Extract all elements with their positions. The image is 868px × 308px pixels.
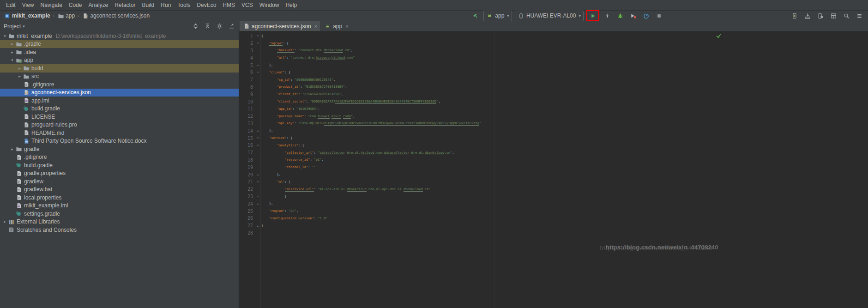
json-string: "connect-dre. — [298, 48, 324, 52]
tree-item-app-iml[interactable]: app.iml — [0, 97, 239, 105]
expand-arrow-icon[interactable]: ▸ — [17, 74, 23, 79]
code-editor[interactable]: 1▾{2▾ "agcgw": {3 "backurl": "connect-dr… — [239, 31, 868, 308]
tree-item-build[interactable]: ▸build — [0, 64, 239, 72]
tab-agconnect-services-json[interactable]: {}agconnect-services.json× — [240, 21, 321, 31]
tree-item-gradlew-bat[interactable]: gradlew.bat — [0, 186, 239, 194]
menu-view[interactable]: View — [19, 0, 37, 10]
json-punctuation — [261, 187, 285, 191]
code-line-17: 17 "collector_url": "datacollector-dre.d… — [239, 149, 868, 157]
menu-deveco[interactable]: DevEco — [193, 0, 219, 10]
menu-build[interactable]: Build — [139, 0, 158, 10]
code-text: "channel_id": "" — [261, 165, 316, 169]
tree-item-build-gradle[interactable]: build.gradle — [0, 105, 239, 113]
layout-inspector-icon — [830, 12, 837, 19]
tree-item-license[interactable]: LICENSE — [0, 113, 239, 121]
tab-app[interactable]: app× — [321, 21, 352, 31]
debug-button[interactable] — [615, 11, 625, 20]
json-key: "client_id" — [277, 92, 298, 96]
device-selector[interactable]: HUAWEI EVR-AL00▾ — [515, 11, 584, 21]
hide-button[interactable] — [228, 22, 235, 31]
run-with-coverage-button[interactable] — [628, 11, 638, 20]
avd-manager-button[interactable] — [790, 11, 800, 20]
breadcrumb-separator-icon: › — [52, 13, 56, 18]
expand-arrow-icon[interactable]: ▸ — [2, 219, 8, 224]
menu-navigate[interactable]: Navigate — [37, 0, 65, 10]
tree-item-build-gradle[interactable]: build.gradle — [0, 161, 239, 169]
tree-item-src[interactable]: ▸src — [0, 72, 239, 81]
collapse-all-button[interactable] — [204, 22, 211, 31]
menu-hms[interactable]: HMS — [219, 0, 238, 10]
line-number: 4 — [239, 55, 254, 60]
device-file-explorer-button[interactable] — [815, 11, 826, 20]
tree-item-gradle-properties[interactable]: gradle.properties — [0, 169, 239, 178]
collapse-arrow-icon[interactable]: ▾ — [9, 58, 15, 62]
inspections-ok-icon[interactable] — [716, 32, 722, 39]
json-punctuation — [261, 158, 285, 162]
tree-item-mlkit-example[interactable]: ▾mlkit_exampleD:\workspace\mlkitdemo-3-1… — [0, 32, 239, 40]
menu-vcs[interactable]: VCS — [238, 0, 256, 10]
expand-arrow-icon[interactable]: ▸ — [17, 66, 23, 71]
tree-item-readme-md[interactable]: README.md — [0, 129, 239, 137]
menu-refactor[interactable]: Refactor — [111, 0, 139, 10]
menu-window[interactable]: Window — [256, 0, 283, 10]
locate-button[interactable] — [192, 22, 199, 31]
tree-item-gradle[interactable]: ▸gradle — [0, 145, 239, 153]
profile-button[interactable] — [641, 11, 651, 20]
json-punctuation: , — [439, 100, 440, 103]
tree-item-gradle[interactable]: ▸.gradle — [0, 40, 239, 48]
tree-item-local-properties[interactable]: local.properties — [0, 193, 239, 202]
layout-inspector-button[interactable] — [828, 11, 838, 20]
close-tab-icon[interactable]: × — [314, 24, 317, 29]
apply-changes-button[interactable] — [602, 11, 612, 20]
tree-item-agconnect-services-json[interactable]: {}agconnect-services.json — [0, 89, 239, 97]
tree-item-label: gradlew.bat — [24, 186, 52, 193]
tree-item-gradlew[interactable]: gradlew — [0, 177, 239, 186]
menu-edit[interactable]: Edit — [3, 0, 19, 10]
project-panel-title[interactable]: Project — [4, 23, 21, 30]
run-config-selector-label: app — [495, 12, 504, 19]
settings-button[interactable] — [216, 22, 223, 31]
menu-help[interactable]: Help — [282, 0, 300, 10]
avd-manager-icon — [791, 12, 798, 19]
search-everywhere-button[interactable] — [841, 11, 851, 20]
menu-run[interactable]: Run — [157, 0, 174, 10]
tree-item-gitignore[interactable]: .gitignore — [0, 80, 239, 89]
json-key: "channel_id" — [285, 165, 308, 169]
menu-code[interactable]: Code — [66, 0, 85, 10]
toolbar-menu-button[interactable] — [854, 11, 864, 20]
tree-item-settings-gradle[interactable]: settings.gradle — [0, 210, 239, 218]
tree-item-scratches-and-consoles[interactable]: Scratches and Consoles — [0, 226, 239, 234]
breadcrumb-mlkit-example[interactable]: mlkit_example — [3, 12, 51, 19]
stop-button[interactable] — [654, 11, 664, 20]
run-config-selector[interactable]: app▾ — [483, 11, 512, 21]
tree-item-gitignore[interactable]: .gitignore — [0, 153, 239, 162]
code-text: } — [261, 224, 263, 228]
tree-item-third-party-open-source-software-notice-docx[interactable]: WThird Party Open Source Software Notice… — [0, 137, 239, 145]
tree-item-idea[interactable]: ▸.idea — [0, 48, 239, 56]
breadcrumb-app[interactable]: app — [56, 12, 76, 19]
expand-arrow-icon[interactable]: ▸ — [9, 42, 15, 46]
json-punctuation: : { — [285, 180, 291, 184]
tree-item-external-libraries[interactable]: ▸External Libraries — [0, 218, 239, 226]
json-punctuation — [261, 85, 277, 89]
tree-item-mlkit-example-iml[interactable]: mlkit_example.iml — [0, 202, 239, 210]
code-text: "agcgw": { — [261, 42, 289, 45]
run-with-coverage-icon — [630, 12, 637, 19]
tree-item-app[interactable]: ▾app — [0, 56, 239, 65]
close-tab-icon[interactable]: × — [345, 24, 348, 29]
tree-item-label: app — [24, 57, 33, 63]
expand-arrow-icon[interactable]: ▸ — [9, 50, 15, 54]
tree-item-proguard-rules-pro[interactable]: proguard-rules.pro — [0, 121, 239, 129]
sdk-manager-button[interactable] — [802, 11, 813, 20]
menu-analyze[interactable]: Analyze — [85, 0, 112, 10]
run-button[interactable] — [588, 11, 598, 20]
make-project-button[interactable] — [470, 11, 481, 20]
collapse-arrow-icon[interactable]: ▾ — [2, 34, 8, 38]
file-icon — [15, 186, 22, 193]
menu-tools[interactable]: Tools — [174, 0, 193, 10]
tree-item-label: local.properties — [24, 194, 61, 201]
json-string-typo: dbankcloud — [324, 48, 343, 53]
expand-arrow-icon[interactable]: ▸ — [9, 147, 15, 151]
chevron-down-icon[interactable]: ▾ — [23, 24, 25, 29]
breadcrumb-agconnect-services-json[interactable]: {}agconnect-services.json — [81, 12, 151, 19]
